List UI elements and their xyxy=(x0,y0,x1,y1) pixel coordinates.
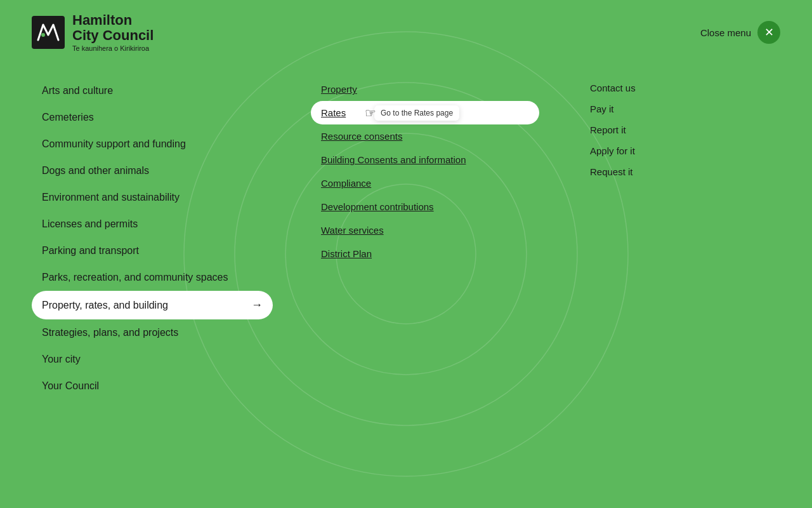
sidebar-item-dogs[interactable]: Dogs and other animals xyxy=(32,157,273,184)
close-menu-label: Close menu xyxy=(700,27,751,38)
page-wrapper: HamiltonCity Council Te kaunihera o Kiri… xyxy=(0,0,812,508)
sidebar-item-environment[interactable]: Environment and sustainability xyxy=(32,184,273,211)
right-nav-pay[interactable]: Pay it xyxy=(590,98,780,119)
sidebar-item-licenses[interactable]: Licenses and permits xyxy=(32,211,273,237)
close-icon: ✕ xyxy=(757,21,780,44)
left-nav: Arts and culture Cemeteries Community su… xyxy=(32,77,273,399)
sidebar-item-strategies[interactable]: Strategies, plans, and projects xyxy=(32,319,273,346)
sidebar-item-cemeteries[interactable]: Cemeteries xyxy=(32,104,273,131)
sidebar-item-community-support[interactable]: Community support and funding xyxy=(32,131,273,157)
logo-text: HamiltonCity Council Te kaunihera o Kiri… xyxy=(72,13,154,52)
right-nav-contact[interactable]: Contact us xyxy=(590,77,780,98)
header: HamiltonCity Council Te kaunihera o Kiri… xyxy=(0,0,812,65)
svg-rect-4 xyxy=(32,16,65,49)
logo-subtitle: Te kaunihera o Kirikiriroa xyxy=(72,44,154,52)
middle-nav: Property Rates ☞ Go to the Rates page Re… xyxy=(273,77,539,399)
rates-tooltip: Go to the Rates page xyxy=(374,105,459,121)
logo: HamiltonCity Council Te kaunihera o Kiri… xyxy=(32,13,154,52)
nav-item-rates[interactable]: Rates ☞ Go to the Rates page xyxy=(311,101,539,124)
sidebar-item-arts-and-culture[interactable]: Arts and culture xyxy=(32,77,273,104)
close-menu-button[interactable]: Close menu ✕ xyxy=(700,21,780,44)
nav-item-property[interactable]: Property xyxy=(311,77,539,101)
nav-layout: Arts and culture Cemeteries Community su… xyxy=(0,65,812,412)
right-nav: Contact us Pay it Report it Apply for it… xyxy=(539,77,780,399)
right-nav-apply[interactable]: Apply for it xyxy=(590,140,780,161)
sidebar-item-your-council[interactable]: Your Council xyxy=(32,373,273,399)
sidebar-item-parking[interactable]: Parking and transport xyxy=(32,237,273,264)
svg-point-5 xyxy=(41,33,45,37)
sidebar-item-your-city[interactable]: Your city xyxy=(32,346,273,373)
cursor-icon: ☞ xyxy=(365,105,376,121)
nav-item-water-services[interactable]: Water services xyxy=(311,218,539,242)
nav-item-resource-consents[interactable]: Resource consents xyxy=(311,124,539,148)
nav-item-building-consents[interactable]: Building Consents and information xyxy=(311,148,539,171)
sidebar-item-parks[interactable]: Parks, recreation, and community spaces xyxy=(32,264,273,291)
sidebar-item-property[interactable]: Property, rates, and building → xyxy=(32,291,273,319)
nav-item-district-plan[interactable]: District Plan xyxy=(311,242,539,265)
right-nav-report[interactable]: Report it xyxy=(590,119,780,140)
logo-title: HamiltonCity Council xyxy=(72,13,154,43)
arrow-right-icon: → xyxy=(251,298,263,312)
nav-item-development-contributions[interactable]: Development contributions xyxy=(311,195,539,218)
right-nav-request[interactable]: Request it xyxy=(590,161,780,182)
nav-item-compliance[interactable]: Compliance xyxy=(311,171,539,195)
logo-icon xyxy=(32,16,65,49)
